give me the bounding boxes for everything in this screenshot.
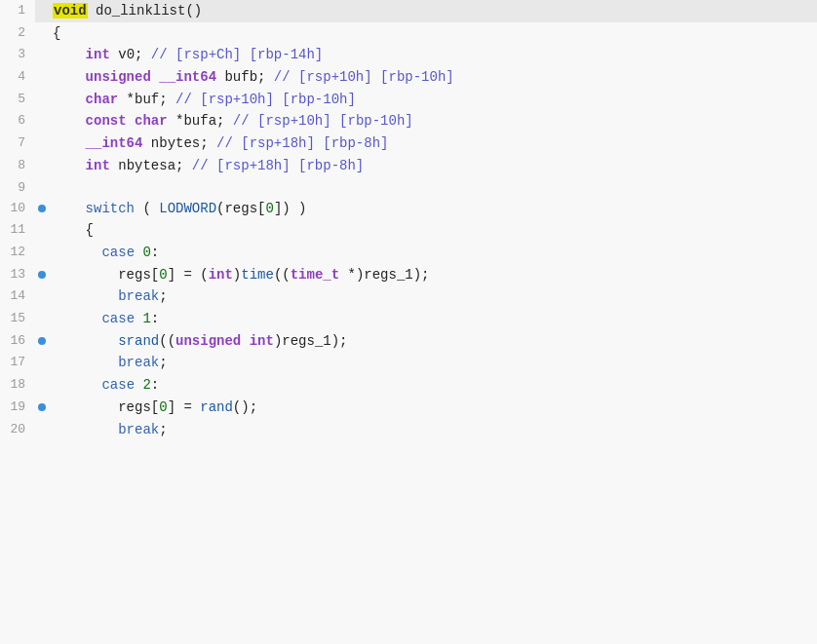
line-dot bbox=[35, 22, 49, 45]
token-ident: ] = bbox=[168, 399, 201, 415]
line-number: 9 bbox=[0, 177, 35, 198]
code-line-9: 9 bbox=[0, 177, 817, 198]
token-type: __int64 bbox=[86, 135, 143, 151]
code-line-19: 19 regs[0] = rand(); bbox=[0, 397, 817, 419]
line-number: 12 bbox=[0, 242, 35, 264]
token-ident: nbytes; bbox=[142, 135, 216, 151]
line-content: unsigned __int64 bufb; // [rsp+10h] [rbp… bbox=[49, 66, 817, 89]
code-line-14: 14 break; bbox=[0, 285, 817, 308]
token-ident: ; bbox=[159, 422, 167, 437]
token-ident bbox=[53, 47, 86, 62]
token-num: 2 bbox=[142, 377, 150, 393]
line-number: 1 bbox=[0, 0, 35, 22]
token-fn: srand bbox=[118, 333, 159, 349]
token-type: int bbox=[86, 158, 110, 173]
code-line-7: 7 __int64 nbytes; // [rsp+18h] [rbp-8h] bbox=[0, 133, 817, 155]
line-content bbox=[49, 177, 817, 198]
token-ident bbox=[53, 113, 86, 129]
token-ident: : bbox=[151, 311, 159, 326]
token-ident bbox=[53, 311, 101, 326]
code-line-16: 16 srand((unsigned int)regs_1); bbox=[0, 330, 817, 353]
line-number: 6 bbox=[0, 110, 35, 133]
line-content: case 1: bbox=[49, 308, 817, 330]
line-dot bbox=[35, 66, 49, 89]
token-fn: LODWORD bbox=[159, 201, 216, 216]
token-ident bbox=[241, 333, 249, 349]
code-line-13: 13 regs[0] = (int)time((time_t *)regs_1)… bbox=[0, 264, 817, 286]
line-number: 15 bbox=[0, 308, 35, 330]
token-ident: regs[ bbox=[53, 267, 159, 283]
line-number: 13 bbox=[0, 264, 35, 286]
token-ident bbox=[53, 333, 118, 349]
token-comment: // [rsp+18h] [rbp-8h] bbox=[192, 158, 364, 173]
line-content: case 2: bbox=[49, 374, 817, 397]
token-kw2: switch bbox=[86, 201, 135, 216]
token-ident: (( bbox=[274, 267, 291, 283]
token-ident: ( bbox=[135, 201, 159, 216]
token-highlight-void: void bbox=[53, 3, 88, 19]
token-type: unsigned bbox=[175, 333, 241, 349]
token-ident bbox=[53, 355, 118, 370]
token-ident bbox=[53, 69, 86, 85]
code-line-18: 18 case 2: bbox=[0, 374, 817, 397]
code-view: 1void do_linklist()2{3 int v0; // [rsp+C… bbox=[0, 0, 817, 644]
token-ident bbox=[53, 201, 86, 216]
token-kw2: case bbox=[101, 377, 135, 393]
line-number: 16 bbox=[0, 330, 35, 353]
code-line-2: 2{ bbox=[0, 22, 817, 45]
line-content: break; bbox=[49, 419, 817, 441]
token-ident: bufb; bbox=[216, 69, 274, 85]
token-ident bbox=[53, 158, 86, 173]
line-content: __int64 nbytes; // [rsp+18h] [rbp-8h] bbox=[49, 133, 817, 155]
line-number: 19 bbox=[0, 397, 35, 419]
token-kw2: case bbox=[101, 311, 135, 326]
token-ident: v0; bbox=[110, 47, 151, 62]
line-number: 18 bbox=[0, 374, 35, 397]
token-type: __int64 bbox=[159, 69, 216, 85]
token-ident: ; bbox=[159, 288, 167, 304]
token-kw2: break bbox=[118, 288, 159, 304]
line-number: 5 bbox=[0, 89, 35, 111]
line-dot bbox=[35, 308, 49, 330]
line-content: break; bbox=[49, 285, 817, 308]
token-ident: ) bbox=[233, 267, 241, 283]
token-comment: // [rsp+18h] [rbp-8h] bbox=[216, 135, 388, 151]
token-kw2: case bbox=[101, 245, 135, 260]
token-ident bbox=[151, 69, 159, 85]
line-dot bbox=[35, 110, 49, 133]
token-type: const bbox=[86, 113, 127, 129]
token-comment: // [rsp+10h] [rbp-10h] bbox=[233, 113, 413, 129]
token-fn: time bbox=[241, 267, 274, 283]
code-line-20: 20 break; bbox=[0, 419, 817, 441]
token-kw2: break bbox=[118, 355, 159, 370]
code-line-5: 5 char *buf; // [rsp+10h] [rbp-10h] bbox=[0, 89, 817, 111]
line-dot bbox=[35, 242, 49, 264]
line-number: 8 bbox=[0, 155, 35, 177]
line-dot bbox=[35, 198, 49, 220]
token-ident: regs[ bbox=[53, 399, 159, 415]
line-content: int nbytesa; // [rsp+18h] [rbp-8h] bbox=[49, 155, 817, 177]
line-content: char *buf; // [rsp+10h] [rbp-10h] bbox=[49, 89, 817, 111]
line-content: break; bbox=[49, 352, 817, 374]
token-ident bbox=[53, 422, 118, 437]
line-dot bbox=[35, 352, 49, 374]
token-ident bbox=[53, 135, 86, 151]
line-dot bbox=[35, 219, 49, 242]
code-line-1: 1void do_linklist() bbox=[0, 0, 817, 22]
line-number: 14 bbox=[0, 285, 35, 308]
token-ident: ; bbox=[159, 355, 167, 370]
line-content: int v0; // [rsp+Ch] [rbp-14h] bbox=[49, 44, 817, 66]
token-ident bbox=[53, 377, 101, 393]
token-num: 0 bbox=[159, 399, 167, 415]
line-content: const char *bufa; // [rsp+10h] [rbp-10h] bbox=[49, 110, 817, 133]
token-comment: // [rsp+10h] [rbp-10h] bbox=[175, 92, 356, 107]
line-dot bbox=[35, 44, 49, 66]
code-line-4: 4 unsigned __int64 bufb; // [rsp+10h] [r… bbox=[0, 66, 817, 89]
token-ident: (( bbox=[159, 333, 175, 349]
line-number: 17 bbox=[0, 352, 35, 374]
token-num: 0 bbox=[159, 267, 167, 283]
code-line-6: 6 const char *bufa; // [rsp+10h] [rbp-10… bbox=[0, 110, 817, 133]
line-dot bbox=[35, 374, 49, 397]
line-content: { bbox=[49, 22, 817, 45]
code-line-17: 17 break; bbox=[0, 352, 817, 374]
